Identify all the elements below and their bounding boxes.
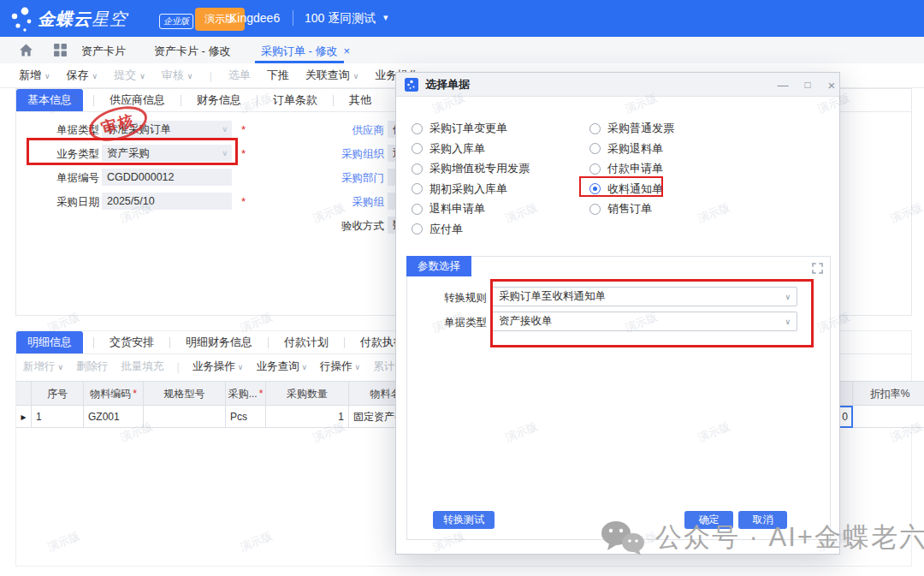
field-label[interactable]: 采购部门 (299, 171, 384, 186)
grid-header-4[interactable]: 采购...* (226, 381, 266, 406)
grid-header-5[interactable]: 采购数量 (266, 381, 349, 406)
required-asterisk: * (241, 195, 246, 208)
grid-cell-1[interactable]: 1 (32, 406, 84, 428)
radio-option-left-4[interactable]: 期初采购入库单 (412, 181, 507, 197)
radio-label: 采购入库单 (429, 141, 485, 157)
radio-icon[interactable] (412, 183, 423, 194)
radio-label: 采购增值税专用发票 (429, 161, 530, 176)
grid-header-label: 规格型号 (164, 388, 205, 400)
toolbar-item-4: 审核∨ (162, 68, 193, 83)
radio-option-left-2[interactable]: 采购入库单 (412, 141, 485, 157)
required-asterisk: * (241, 147, 246, 160)
toolbar-item-8[interactable]: 关联查询∨ (305, 68, 359, 83)
field-value-4[interactable]: 2025/5/10 (102, 193, 232, 210)
detail-toolbar-item-6[interactable]: 业务查询∨ (256, 359, 307, 374)
chevron-down-icon: ∨ (238, 363, 244, 371)
params-tab[interactable]: 参数选择 (406, 256, 471, 276)
field-text: 2025/5/10 (107, 195, 155, 207)
cancel-button[interactable]: 取消 (738, 511, 787, 529)
radio-option-left-1[interactable]: 采购订单变更单 (412, 121, 507, 136)
detail-tab-4[interactable]: 付款计划 (269, 331, 344, 353)
chevron-down-icon: ∨ (222, 121, 228, 138)
doc-type-select[interactable]: 资产接收单 ∨ (492, 312, 797, 331)
radio-option-right-5[interactable]: 销售订单 (589, 201, 652, 217)
field-text: 资产采购 (107, 147, 150, 159)
conversion-test-button[interactable]: 转换测试 (433, 511, 495, 529)
radio-option-right-3[interactable]: 付款申请单 (589, 161, 663, 176)
radio-label: 采购普通发票 (607, 121, 674, 136)
field-value-3[interactable]: CGDD000012 (102, 169, 232, 186)
home-icon[interactable] (19, 43, 33, 57)
dialog-maximize-icon[interactable]: □ (800, 78, 815, 93)
radio-label: 付款申请单 (607, 161, 663, 176)
form-tab-5[interactable]: 其他 (334, 89, 387, 111)
window-tab-2[interactable]: 资产卡片 - 修改 (154, 44, 231, 59)
ok-button[interactable]: 确定 (684, 511, 733, 529)
dialog-kingdee-icon (405, 78, 418, 92)
grid-header-1[interactable]: 序号 (32, 381, 84, 406)
radio-icon[interactable] (412, 204, 423, 215)
dialog-minimize-icon[interactable]: — (775, 78, 791, 93)
edition-badge: 企业版 (159, 14, 193, 29)
dialog-title: 选择单据 (425, 77, 470, 92)
user-name[interactable]: Kingdee6 (229, 11, 280, 25)
radio-icon[interactable] (412, 163, 423, 175)
dialog-close-icon[interactable]: × (824, 78, 839, 93)
grid-header-9[interactable]: 折扣率% (853, 381, 924, 406)
toolbar-item-7[interactable]: 下推 (267, 68, 289, 83)
detail-tab-2[interactable]: 交货安排 (94, 331, 169, 353)
expand-icon[interactable] (812, 263, 823, 274)
radio-icon[interactable] (589, 204, 601, 215)
radio-label: 应付单 (429, 222, 463, 237)
radio-option-right-2[interactable]: 采购退料单 (589, 141, 663, 157)
row-indicator-icon[interactable]: ▸ (16, 406, 32, 428)
detail-tab-active[interactable]: 明细信息 (16, 331, 83, 353)
radio-option-left-3[interactable]: 采购增值税专用发票 (412, 161, 530, 176)
window-tab-3[interactable]: 采购订单 - 修改× (261, 44, 350, 59)
toolbar-divider: | (177, 361, 180, 373)
radio-option-left-5[interactable]: 退料申请单 (412, 201, 485, 217)
toolbar-item-1[interactable]: 新增∨ (19, 68, 50, 83)
radio-icon[interactable] (589, 163, 601, 175)
grid-header-3[interactable]: 规格型号 (144, 381, 226, 406)
tab-close-icon[interactable]: × (344, 45, 351, 57)
window-tab-1[interactable]: 资产卡片 (81, 44, 126, 59)
grid-cell-2[interactable]: GZ001 (84, 406, 144, 428)
grid-header-2[interactable]: 物料编码* (84, 381, 144, 406)
form-tab-active[interactable]: 基本信息 (16, 89, 83, 111)
grid-cell-9[interactable] (853, 406, 924, 428)
toolbar-item-2[interactable]: 保存∨ (67, 68, 98, 83)
chevron-down-icon: ∨ (301, 363, 307, 371)
detail-toolbar-item-2: 删除行 (76, 359, 109, 374)
radio-option-right-4[interactable]: 收料通知单 (589, 181, 663, 197)
conversion-rule-select[interactable]: 采购订单至收料通知单 ∨ (492, 287, 797, 306)
field-label[interactable]: 采购组织 (299, 147, 384, 162)
detail-tab-3[interactable]: 明细财务信息 (170, 331, 268, 353)
grid-cell-4[interactable]: Pcs (226, 406, 266, 428)
field-value-2[interactable]: 资产采购∨ (102, 145, 232, 162)
chevron-down-icon: ∨ (785, 313, 791, 331)
detail-toolbar-item-5[interactable]: 业务操作∨ (192, 359, 244, 374)
radio-option-left-6[interactable]: 应付单 (412, 222, 463, 237)
radio-icon[interactable] (412, 223, 423, 235)
grid-cell-3[interactable] (144, 406, 226, 428)
radio-icon[interactable] (589, 123, 601, 134)
dialog-title-bar[interactable]: 选择单据 (396, 73, 839, 97)
field-label[interactable]: 采购组 (299, 195, 384, 210)
apps-grid-icon[interactable] (53, 43, 68, 57)
radio-icon[interactable] (412, 123, 423, 134)
field-label[interactable]: 供应商 (299, 123, 384, 138)
conversion-rule-value: 采购订单至收料通知单 (499, 290, 606, 302)
org-name[interactable]: 100 逐同测试 (305, 11, 376, 27)
radio-option-right-1[interactable]: 采购普通发票 (589, 121, 674, 136)
radio-icon[interactable] (412, 143, 423, 154)
field-text: CGDD000012 (107, 171, 175, 183)
detail-toolbar-item-7[interactable]: 行操作∨ (320, 359, 360, 374)
radio-selected-icon[interactable] (589, 183, 601, 194)
app-header: 金蝶云星空 企业版 演示版 Kingdee6 100 逐同测试 ▾ (0, 0, 924, 37)
radio-icon[interactable] (589, 143, 601, 154)
form-tab-4[interactable]: 订单条款 (258, 89, 333, 111)
org-dropdown-caret-icon[interactable]: ▾ (383, 12, 388, 23)
form-tab-3[interactable]: 财务信息 (181, 89, 257, 111)
grid-cell-5[interactable]: 1 (266, 406, 349, 428)
